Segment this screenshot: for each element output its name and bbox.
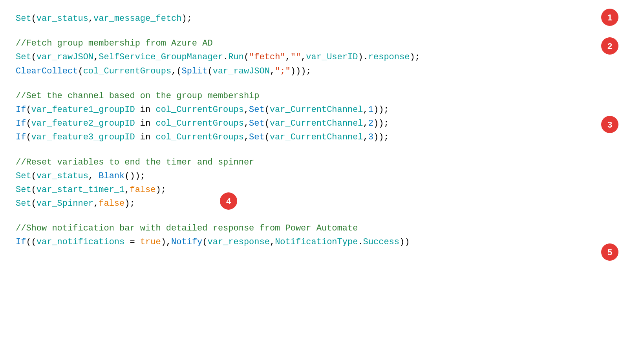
code-line: If(var_feature3_groupID in col_CurrentGr… [16,130,626,144]
code-line: If(var_feature1_groupID in col_CurrentGr… [16,103,626,117]
code-line: //Set the channel based on the group mem… [16,89,626,103]
code-line: //Show notification bar with detailed re… [16,221,626,235]
code-section-3: //Set the channel based on the group mem… [16,89,626,145]
code-block: 1 Set(var_status,var_message_fetch); 2 /… [16,12,626,249]
code-line: //Reset variables to end the timer and s… [16,155,626,169]
code-line: Set(var_rawJSON,SelfService_GroupManager… [16,50,626,64]
code-line: Set(var_Spinner,false); [16,197,626,210]
code-line: Set(var_status, Blank()); [16,169,626,183]
code-section-5: //Show notification bar with detailed re… [16,221,626,249]
code-section-4: //Reset variables to end the timer and s… [16,155,626,211]
code-line: If(var_feature2_groupID in col_CurrentGr… [16,117,626,130]
code-line: Set(var_start_timer_1,false); [16,183,626,197]
code-section-1: Set(var_status,var_message_fetch); [16,12,626,26]
code-line: If((var_notifications = true),Notify(var… [16,235,626,249]
code-line: ClearCollect(col_CurrentGroups,(Split(va… [16,64,626,78]
code-line: //Fetch group membership from Azure AD [16,37,626,50]
code-section-2: //Fetch group membership from Azure AD S… [16,37,626,78]
code-line: Set(var_status,var_message_fetch); [16,12,626,26]
